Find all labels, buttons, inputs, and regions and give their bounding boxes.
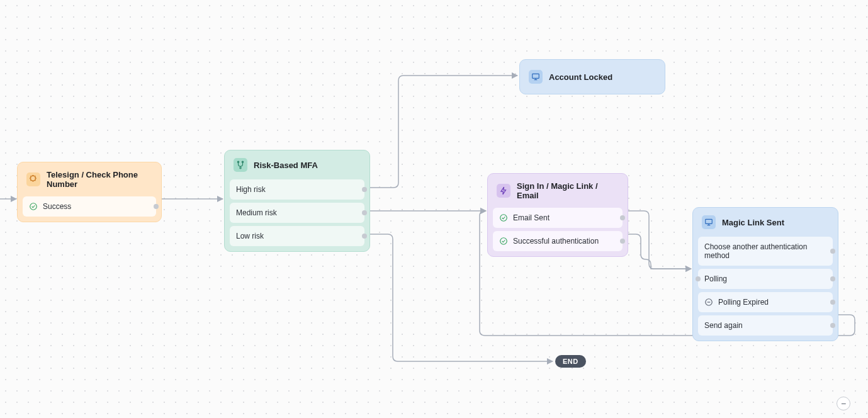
node-title: Telesign / Check Phone Number (47, 170, 152, 189)
monitor-icon (529, 70, 543, 84)
node-telesign[interactable]: Telesign / Check Phone Number Success (17, 162, 162, 222)
row-label: Send again (704, 321, 743, 330)
row-label: Successful authentication (513, 237, 599, 246)
row-polling[interactable]: Polling (698, 269, 833, 289)
output-port[interactable] (362, 234, 367, 239)
row-label: Choose another authentication method (704, 242, 826, 260)
row-label: Success (43, 202, 71, 211)
row-success[interactable]: Success (23, 196, 156, 217)
node-title: Magic Link Sent (722, 218, 784, 227)
node-header: Risk-Based MFA (225, 150, 369, 179)
output-port[interactable] (830, 276, 835, 281)
row-choose-another[interactable]: Choose another authentication method (698, 237, 833, 266)
row-label: Medium risk (236, 208, 277, 217)
input-port[interactable] (696, 276, 701, 281)
lightning-icon (497, 184, 510, 198)
node-header: Telesign / Check Phone Number (18, 162, 161, 196)
output-port[interactable] (830, 323, 835, 328)
node-magic-link-sent[interactable]: Magic Link Sent Choose another authentic… (692, 207, 838, 341)
monitor-icon (702, 215, 716, 229)
output-port[interactable] (620, 215, 625, 220)
row-high-risk[interactable]: High risk (230, 179, 364, 200)
svg-point-3 (240, 167, 241, 169)
svg-rect-7 (706, 219, 713, 223)
row-label: Polling (704, 274, 727, 283)
node-title: Sign In / Magic Link / Email (517, 181, 619, 200)
puzzle-icon (26, 172, 40, 186)
branch-icon (234, 158, 247, 172)
svg-rect-4 (533, 74, 539, 78)
row-send-again[interactable]: Send again (698, 315, 833, 336)
row-medium-risk[interactable]: Medium risk (230, 203, 364, 223)
node-account-locked[interactable]: Account Locked (519, 59, 665, 94)
output-port[interactable] (830, 249, 835, 254)
end-badge: END (555, 355, 586, 368)
check-circle-icon (499, 213, 508, 222)
zoom-out-button[interactable] (837, 397, 850, 410)
node-title: Account Locked (549, 72, 612, 82)
svg-point-2 (242, 161, 243, 162)
output-port[interactable] (362, 210, 367, 215)
row-label: Low risk (236, 232, 264, 240)
output-port[interactable] (620, 239, 625, 244)
node-header: Magic Link Sent (693, 208, 838, 237)
node-title: Risk-Based MFA (254, 161, 318, 170)
row-email-sent[interactable]: Email Sent (493, 208, 623, 228)
row-label: High risk (236, 185, 266, 194)
node-magic-link[interactable]: Sign In / Magic Link / Email Email Sent … (487, 173, 628, 257)
svg-point-1 (237, 161, 239, 162)
row-low-risk[interactable]: Low risk (230, 226, 364, 246)
svg-point-5 (500, 215, 507, 222)
check-circle-icon (499, 237, 508, 246)
flow-canvas[interactable]: Telesign / Check Phone Number Success Ri… (0, 0, 868, 418)
output-port[interactable] (154, 204, 159, 209)
svg-point-0 (30, 203, 37, 210)
row-polling-expired[interactable]: Polling Expired (698, 292, 833, 312)
node-header: Sign In / Magic Link / Email (488, 174, 628, 208)
output-port[interactable] (362, 187, 367, 192)
node-risk-mfa[interactable]: Risk-Based MFA High risk Medium risk Low… (224, 150, 370, 252)
row-label: Email Sent (513, 213, 550, 222)
minus-circle-icon (704, 298, 713, 307)
check-circle-icon (29, 202, 38, 211)
row-auth-success[interactable]: Successful authentication (493, 231, 623, 251)
svg-point-6 (500, 238, 507, 245)
row-label: Polling Expired (718, 298, 769, 307)
output-port[interactable] (830, 300, 835, 305)
node-header: Account Locked (520, 60, 665, 94)
